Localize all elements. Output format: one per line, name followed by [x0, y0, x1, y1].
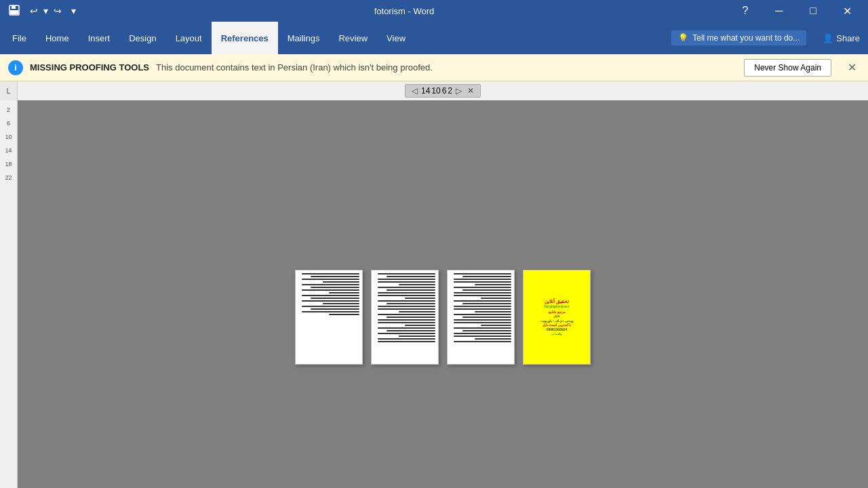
tab-design[interactable]: Design	[119, 22, 165, 54]
line	[399, 336, 435, 337]
never-show-again-button[interactable]: Never Show Again	[744, 59, 831, 77]
line	[454, 327, 512, 329]
tab-insert[interactable]: Insert	[79, 22, 120, 54]
line	[399, 284, 435, 285]
notif-bold-text: MISSING PROOFING TOOLS	[30, 62, 149, 73]
zoom-close-button[interactable]: ✕	[465, 86, 476, 96]
line	[378, 338, 436, 340]
page-4-ad[interactable]: تحقیق آنلاین Tahghighonline.ir مرجع دانل…	[523, 270, 591, 365]
line	[387, 303, 435, 304]
line	[454, 333, 512, 334]
ruler-num-22: 22	[0, 171, 17, 184]
info-icon: i	[8, 60, 23, 75]
line	[378, 292, 436, 293]
page-3-lines	[450, 273, 511, 342]
line	[454, 295, 512, 296]
tab-symbol: L	[6, 87, 10, 95]
notif-message: This document contains text in Persian (…	[156, 62, 433, 73]
line	[302, 273, 360, 274]
ribbon-search-box[interactable]: 💡 Tell me what you want to do...	[671, 30, 806, 45]
tab-mailings[interactable]: Mailings	[278, 22, 330, 54]
line	[387, 317, 435, 318]
document-area[interactable]: تحقیق آنلاین Tahghighonline.ir مرجع دانل…	[18, 100, 868, 488]
share-label: Share	[836, 33, 860, 43]
line	[405, 325, 435, 326]
help-button[interactable]: ?	[730, 0, 761, 22]
line	[454, 279, 512, 280]
ad-price: با کمترین قیمت بازار	[540, 323, 574, 327]
line	[387, 289, 435, 291]
svg-rect-1	[12, 5, 16, 9]
line	[378, 279, 436, 280]
minimize-button[interactable]: ─	[764, 0, 795, 22]
line	[378, 308, 436, 310]
ad-title: تحقیق آنلاین	[545, 299, 569, 304]
line	[481, 325, 511, 326]
customize-button[interactable]: ▾	[68, 4, 79, 18]
ruler-marks: 2 6 10 14 18 22	[0, 103, 17, 184]
line	[378, 322, 436, 323]
line	[399, 311, 435, 312]
ruler-row: L ◁ 14 10 6 2 ▷ ✕	[0, 81, 868, 100]
ruler-num-6: 6	[0, 117, 17, 130]
undo-button[interactable]: ↩	[27, 4, 41, 18]
zoom-val-4: 2	[448, 86, 452, 96]
ruler-num-2: 2	[0, 103, 17, 117]
page-2-content	[372, 270, 438, 364]
page-3[interactable]	[447, 270, 515, 365]
notif-close-button[interactable]: ✕	[844, 60, 860, 76]
line	[462, 289, 511, 291]
vertical-ruler: 2 6 10 14 18 22	[0, 100, 18, 488]
line	[475, 284, 511, 285]
ad-body: مرجع دانلـود فایل ورد-پی دی اف - پاورپوی…	[540, 310, 574, 336]
tab-review[interactable]: Review	[329, 22, 377, 54]
restore-button[interactable]: □	[797, 0, 829, 22]
line	[475, 338, 511, 340]
line	[302, 311, 360, 312]
line	[329, 314, 359, 315]
ribbon-search-text: Tell me what you want to do...	[692, 33, 800, 43]
page-3-content	[448, 270, 514, 364]
tab-references[interactable]: References	[212, 22, 278, 54]
lightbulb-icon: 💡	[678, 33, 688, 43]
line	[387, 330, 435, 331]
tab-indicator[interactable]: L	[0, 81, 18, 100]
line	[302, 300, 360, 302]
zoom-increase-button[interactable]: ▷	[454, 86, 464, 96]
tab-view[interactable]: View	[377, 22, 415, 54]
ad-url: Tahghighonline.ir	[544, 304, 570, 308]
line	[462, 317, 511, 318]
tab-file[interactable]: File	[3, 22, 36, 54]
line	[329, 292, 359, 293]
ribbon: File Home Insert Design Layout Reference…	[0, 22, 868, 54]
page-1-content	[296, 270, 362, 364]
svg-rect-2	[10, 10, 18, 14]
line	[378, 300, 436, 302]
undo-group: ↩ ▾ ↪	[27, 4, 64, 18]
save-button[interactable]	[5, 3, 23, 20]
zoom-val-2: 10	[431, 86, 440, 96]
tab-home[interactable]: Home	[36, 22, 79, 54]
line	[454, 273, 512, 274]
line	[378, 327, 436, 329]
page-2[interactable]	[371, 270, 439, 365]
line	[323, 303, 359, 304]
title-bar-title: fotorism - Word	[79, 6, 730, 16]
line	[462, 303, 511, 304]
undo-dropdown[interactable]: ▾	[41, 4, 51, 18]
horizontal-ruler: ◁ 14 10 6 2 ▷ ✕	[18, 81, 868, 100]
line	[454, 314, 512, 315]
ad-wa: واتساپ	[540, 331, 574, 336]
tab-layout[interactable]: Layout	[166, 22, 212, 54]
page-1[interactable]	[295, 270, 363, 365]
notification-bar: i MISSING PROOFING TOOLS This document c…	[0, 54, 868, 81]
close-button[interactable]: ✕	[831, 0, 863, 22]
redo-button[interactable]: ↪	[51, 4, 64, 18]
share-button[interactable]: 👤 Share	[817, 30, 865, 46]
pages-row: تحقیق آنلاین Tahghighonline.ir مرجع دانل…	[295, 270, 591, 365]
line	[378, 341, 436, 342]
line	[454, 319, 512, 321]
zoom-decrease-button[interactable]: ◁	[410, 86, 420, 96]
line	[454, 287, 512, 288]
zoom-val-1: 14	[421, 86, 430, 96]
